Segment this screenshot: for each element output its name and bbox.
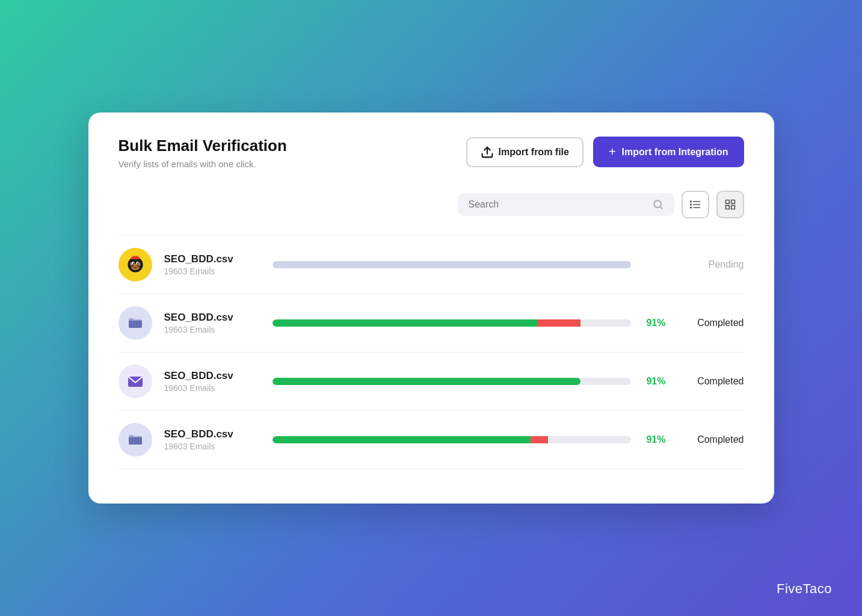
svg-rect-9 bbox=[725, 200, 729, 204]
import-integration-button[interactable]: + Import from Integration bbox=[593, 137, 744, 167]
svg-point-23 bbox=[132, 266, 138, 269]
import-file-label: Import from file bbox=[499, 147, 569, 158]
item-name: SEO_BDD.csv bbox=[164, 312, 260, 324]
progress-percent: 91% bbox=[641, 376, 666, 387]
status-badge: Pending bbox=[678, 259, 744, 270]
search-box[interactable] bbox=[458, 193, 674, 216]
header-actions: Import from file + Import from Integrati… bbox=[466, 137, 744, 167]
folder-icon bbox=[119, 423, 152, 457]
list-item: SEO_BDD.csv 19603 Emails 0% Pending bbox=[119, 235, 744, 294]
svg-point-22 bbox=[137, 263, 138, 264]
upload-icon bbox=[481, 146, 494, 159]
svg-rect-10 bbox=[731, 200, 734, 204]
svg-point-8 bbox=[690, 207, 691, 208]
svg-rect-11 bbox=[725, 206, 729, 209]
email-list: SEO_BDD.csv 19603 Emails 0% Pending SEO_… bbox=[119, 235, 744, 469]
import-file-button[interactable]: Import from file bbox=[466, 137, 583, 167]
item-info: SEO_BDD.csv 19603 Emails bbox=[164, 312, 260, 334]
monkey-icon bbox=[119, 248, 152, 282]
branding: FiveTaco bbox=[777, 581, 832, 597]
list-icon bbox=[689, 199, 701, 211]
svg-rect-12 bbox=[731, 206, 734, 209]
grid-view-button[interactable] bbox=[716, 191, 744, 218]
svg-rect-26 bbox=[131, 257, 139, 258]
item-info: SEO_BDD.csv 19603 Emails bbox=[164, 370, 260, 393]
page-header: Bulk Email Verification Verify lists of … bbox=[119, 137, 744, 169]
list-item: SEO_BDD.csv 19603 Emails 91% Completed bbox=[119, 352, 744, 410]
mail-icon bbox=[119, 365, 152, 398]
item-count: 19603 Emails bbox=[164, 383, 260, 393]
item-count: 19603 Emails bbox=[164, 442, 260, 451]
progress-percent: 91% bbox=[641, 318, 666, 328]
progress-container: 0% bbox=[272, 259, 666, 270]
search-row bbox=[119, 191, 744, 218]
svg-point-21 bbox=[132, 263, 134, 264]
item-name: SEO_BDD.csv bbox=[164, 428, 260, 440]
progress-container: 91% bbox=[272, 376, 666, 387]
progress-bar bbox=[272, 436, 631, 443]
item-count: 19603 Emails bbox=[164, 325, 260, 334]
status-badge: Completed bbox=[678, 318, 744, 328]
import-integration-label: Import from Integration bbox=[622, 147, 728, 158]
header-left: Bulk Email Verification Verify lists of … bbox=[119, 137, 287, 169]
folder-icon bbox=[119, 306, 152, 340]
item-name: SEO_BDD.csv bbox=[164, 370, 260, 382]
item-count: 19603 Emails bbox=[164, 266, 260, 276]
item-info: SEO_BDD.csv 19603 Emails bbox=[164, 253, 260, 276]
progress-bar bbox=[272, 319, 631, 327]
status-badge: Completed bbox=[678, 434, 744, 445]
page-title: Bulk Email Verification bbox=[119, 137, 287, 155]
list-item: SEO_BDD.csv 19603 Emails 91% Completed bbox=[119, 410, 744, 469]
progress-bar bbox=[272, 261, 631, 268]
progress-bar bbox=[272, 378, 631, 385]
list-view-button[interactable] bbox=[682, 191, 709, 218]
progress-container: 91% bbox=[272, 318, 666, 328]
item-info: SEO_BDD.csv 19603 Emails bbox=[164, 428, 260, 451]
status-badge: Completed bbox=[678, 376, 744, 387]
svg-line-2 bbox=[660, 207, 662, 209]
main-card: Bulk Email Verification Verify lists of … bbox=[88, 112, 774, 504]
search-icon bbox=[653, 199, 663, 210]
plus-icon: + bbox=[609, 145, 616, 159]
search-input[interactable] bbox=[469, 199, 647, 210]
page-subtitle: Verify lists of emails with one click. bbox=[119, 159, 287, 169]
item-name: SEO_BDD.csv bbox=[164, 253, 260, 265]
progress-container: 91% bbox=[272, 434, 666, 445]
list-item: SEO_BDD.csv 19603 Emails 91% Completed bbox=[119, 294, 744, 352]
grid-icon bbox=[724, 199, 736, 211]
progress-percent: 91% bbox=[641, 434, 666, 445]
svg-point-7 bbox=[690, 204, 691, 205]
svg-point-6 bbox=[690, 201, 691, 202]
